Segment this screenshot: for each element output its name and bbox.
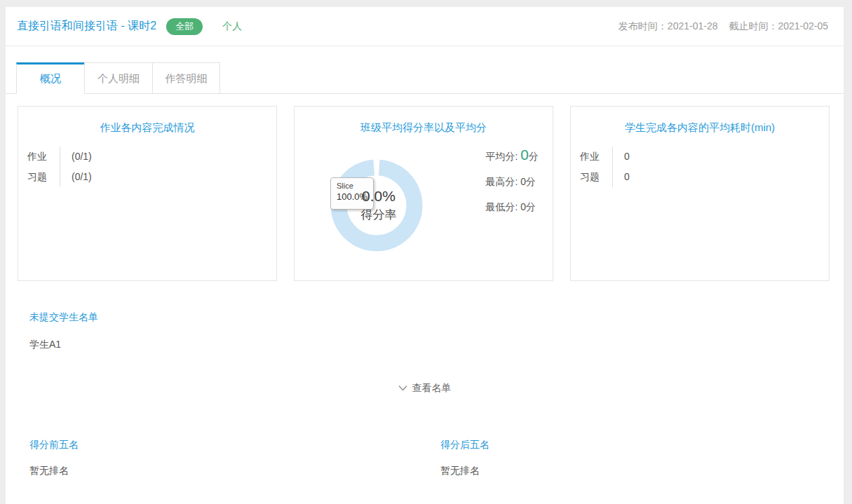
card-completion-title: 作业各内容完成情况 bbox=[18, 121, 276, 135]
completion-mini-chart: 作业 习题 (0/1) (0/1) bbox=[27, 147, 276, 187]
publish-time-value: 2021-01-28 bbox=[668, 20, 718, 32]
stat-max-label: 最高分: bbox=[486, 176, 521, 187]
page-header: 直接引语和间接引语 - 课时2 全部 个人 发布时间：2021-01-28 截止… bbox=[6, 7, 844, 46]
time-row-label: 习题 bbox=[580, 167, 612, 187]
tab-personal-detail[interactable]: 个人明细 bbox=[84, 62, 152, 93]
card-completion: 作业各内容完成情况 作业 习题 (0/1) (0/1) bbox=[18, 106, 277, 281]
view-list-toggle[interactable]: 查看名单 bbox=[6, 382, 844, 395]
time-labels: 作业 习题 bbox=[580, 147, 612, 187]
completion-row-label: 作业 bbox=[27, 147, 60, 167]
completion-labels: 作业 习题 bbox=[27, 147, 60, 187]
completion-row-label: 习题 bbox=[27, 167, 60, 187]
donut-center-text: 0.0% 得分率 bbox=[337, 188, 421, 224]
unsubmitted-section: 未提交学生名单 学生A1 bbox=[29, 311, 844, 351]
tab-bar: 概况 个人明细 作答明细 bbox=[6, 62, 844, 94]
completion-values: (0/1) (0/1) bbox=[60, 147, 92, 187]
time-row-label: 作业 bbox=[580, 147, 612, 167]
stat-average-value: 0 bbox=[520, 147, 529, 163]
stat-average: 平均分: 0分 bbox=[486, 147, 539, 164]
scope-badge-all[interactable]: 全部 bbox=[166, 18, 203, 35]
view-list-label[interactable]: 查看名单 bbox=[412, 382, 452, 393]
stat-cards-row: 作业各内容完成情况 作业 习题 (0/1) (0/1) 班级平均得分率以及平均分 bbox=[18, 106, 830, 281]
time-row-value: 0 bbox=[624, 147, 630, 167]
rank-bottom5-section: 得分后五名 暂无排名 bbox=[440, 439, 489, 477]
stat-max-value: 0 bbox=[520, 176, 526, 187]
time-mini-chart: 作业 习题 0 0 bbox=[580, 147, 829, 187]
stat-min: 最低分: 0分 bbox=[486, 199, 539, 214]
deadline-time-value: 2021-02-05 bbox=[778, 20, 828, 32]
stat-min-label: 最低分: bbox=[486, 201, 521, 212]
card-average-time: 学生完成各内容的平均耗时(min) 作业 习题 0 0 bbox=[570, 106, 830, 281]
completion-row-value: (0/1) bbox=[72, 147, 92, 167]
deadline-time-label: 截止时间： bbox=[729, 20, 778, 32]
rankings-row: 得分前五名 暂无排名 得分后五名 暂无排名 bbox=[29, 439, 844, 477]
time-row-value: 0 bbox=[624, 167, 630, 187]
card-average-time-title: 学生完成各内容的平均耗时(min) bbox=[571, 121, 829, 135]
rank-top5-title: 得分前五名 bbox=[29, 439, 440, 451]
assignment-title[interactable]: 直接引语和间接引语 - 课时2 bbox=[17, 19, 156, 34]
card-score-rate: 班级平均得分率以及平均分 Slice 100.0% 0.0% 得分率 平均分: … bbox=[294, 106, 553, 281]
tab-overview[interactable]: 概况 bbox=[16, 62, 84, 94]
unsubmitted-title: 未提交学生名单 bbox=[29, 311, 844, 324]
completion-row-value: (0/1) bbox=[72, 167, 92, 187]
content-panel: 直接引语和间接引语 - 课时2 全部 个人 发布时间：2021-01-28 截止… bbox=[6, 7, 844, 504]
chevron-down-icon bbox=[398, 385, 407, 391]
stat-max: 最高分: 0分 bbox=[486, 174, 539, 189]
rank-bottom5-empty: 暂无排名 bbox=[440, 465, 489, 477]
stat-min-suffix: 分 bbox=[526, 201, 536, 212]
header-dates: 发布时间：2021-01-28 截止时间：2021-02-05 bbox=[610, 20, 828, 33]
time-values: 0 0 bbox=[612, 147, 630, 187]
deadline-time: 截止时间：2021-02-05 bbox=[729, 20, 828, 32]
publish-time-label: 发布时间： bbox=[618, 20, 668, 32]
score-rate-percent: 0.0% bbox=[337, 188, 421, 205]
student-list-item: 学生A1 bbox=[29, 339, 844, 351]
score-stats: 平均分: 0分 最高分: 0分 最低分: 0分 bbox=[486, 147, 539, 224]
tab-answer-detail[interactable]: 作答明细 bbox=[152, 62, 220, 93]
rank-top5-section: 得分前五名 暂无排名 bbox=[29, 439, 440, 477]
card-score-rate-title: 班级平均得分率以及平均分 bbox=[295, 121, 553, 135]
publish-time: 发布时间：2021-01-28 bbox=[618, 20, 718, 32]
scope-link-personal[interactable]: 个人 bbox=[222, 20, 242, 33]
stat-average-suffix: 分 bbox=[529, 151, 539, 162]
score-rate-caption: 得分率 bbox=[337, 207, 421, 224]
stat-min-value: 0 bbox=[520, 201, 526, 212]
stat-max-suffix: 分 bbox=[526, 176, 536, 187]
rank-top5-empty: 暂无排名 bbox=[29, 465, 440, 477]
rank-bottom5-title: 得分后五名 bbox=[440, 439, 489, 451]
stat-average-label: 平均分: bbox=[486, 151, 521, 162]
